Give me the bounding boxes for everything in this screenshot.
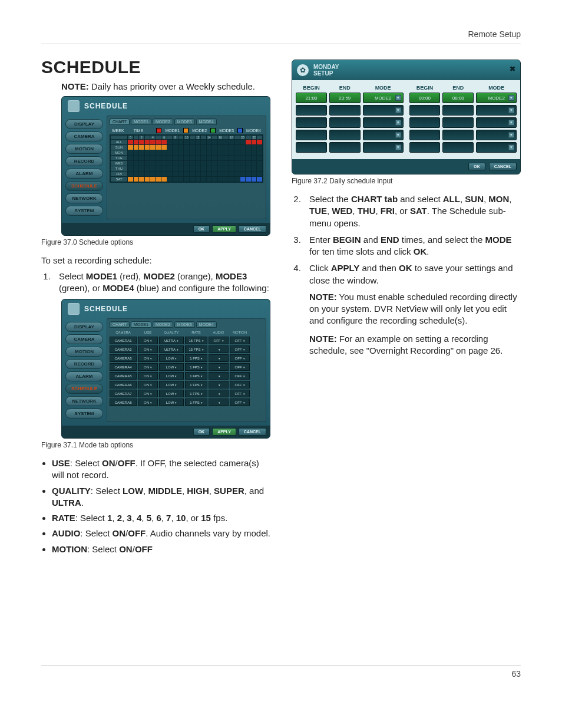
mode-select[interactable] xyxy=(363,130,404,140)
sidebar-item-alarm[interactable]: ALARM xyxy=(65,169,103,179)
schedule-icon xyxy=(68,303,80,315)
begin-field[interactable] xyxy=(296,105,327,116)
intro-text: To set a recording schedule: xyxy=(41,255,270,266)
bullet-use: USE: Select ON/OFF. If OFF, the selected… xyxy=(52,457,270,482)
end-field[interactable] xyxy=(442,105,474,116)
gear-icon: ✿ xyxy=(297,64,309,76)
apply-button[interactable]: APPLY xyxy=(212,428,236,436)
mode-select[interactable] xyxy=(476,105,517,116)
figure-caption-1: Figure 37.0 Schedule options xyxy=(41,238,270,246)
schedule-icon xyxy=(68,100,80,112)
sidebar-item-motion[interactable]: MOTION xyxy=(65,144,103,154)
sidebar-item-record[interactable]: RECORD xyxy=(65,359,103,369)
sidebar-item-display[interactable]: DISPLAY xyxy=(65,322,103,332)
screenshot-schedule-chart: SCHEDULE DISPLAYCAMERAMOTIONRECORDALARMS… xyxy=(61,96,270,236)
note-enable-recording: NOTE: You must enable scheduled recordin… xyxy=(309,291,521,327)
cancel-button[interactable]: CANCEL xyxy=(239,428,266,436)
ok-button[interactable]: OK xyxy=(193,428,210,436)
page-number: 63 xyxy=(41,665,521,678)
step-2: Select the CHART tab and select ALL, SUN… xyxy=(303,193,521,229)
end-field[interactable]: 08:00 xyxy=(442,93,474,103)
screenshot-daily-schedule: ✿ MONDAY SETUP ✖ BEGINENDMODE 21:0023:59… xyxy=(292,60,521,174)
step-4: Click APPLY and then OK to save your set… xyxy=(303,262,521,286)
sidebar-item-network[interactable]: NETWORK xyxy=(65,396,103,406)
bullet-rate: RATE: Select 1, 2, 3, 4, 5, 6, 7, 10, or… xyxy=(52,512,270,524)
tab-mode3[interactable]: MODE3 xyxy=(174,321,195,328)
step-3: Enter BEGIN and END times, and select th… xyxy=(303,234,521,258)
chart-tabs: CHARTMODE1MODE2MODE3MODE4 xyxy=(110,118,263,125)
begin-field[interactable] xyxy=(409,130,441,140)
end-field[interactable] xyxy=(442,117,474,128)
apply-button[interactable]: APPLY xyxy=(212,225,236,233)
tab-mode4[interactable]: MODE4 xyxy=(196,118,217,125)
begin-field[interactable] xyxy=(296,130,327,140)
dialog-title: MONDAY SETUP xyxy=(313,64,339,77)
tab-mode2[interactable]: MODE2 xyxy=(153,118,173,125)
tab-chart[interactable]: CHART xyxy=(110,321,130,328)
figure-caption-3: Figure 37.2 Daily schedule input xyxy=(292,177,521,185)
screenshot-mode-tab: SCHEDULE DISPLAYCAMERAMOTIONRECORDALARMS… xyxy=(61,299,270,439)
sidebar-item-motion[interactable]: MOTION xyxy=(65,347,103,357)
mode-select[interactable] xyxy=(476,130,517,140)
begin-field[interactable] xyxy=(409,105,441,116)
schedule-chart-grid: 0246810121416182022ALLSUNMONTUEWEDTHUFRI… xyxy=(110,134,263,183)
section-title: SCHEDULE xyxy=(41,57,270,77)
mode-tabs: CHARTMODE1MODE2MODE3MODE4 xyxy=(110,321,263,328)
sidebar-item-camera[interactable]: CAMERA xyxy=(65,131,103,141)
begin-field[interactable] xyxy=(409,117,441,128)
end-field[interactable] xyxy=(442,142,474,153)
ok-button[interactable]: OK xyxy=(193,225,210,233)
page-header: Remote Setup xyxy=(41,29,521,44)
tab-mode3[interactable]: MODE3 xyxy=(174,118,195,125)
mode-select[interactable] xyxy=(363,142,404,153)
sidebar-item-schedule[interactable]: SCHEDULE xyxy=(65,181,103,191)
sidebar-item-alarm[interactable]: ALARM xyxy=(65,371,103,381)
begin-field[interactable]: 00:00 xyxy=(409,93,441,103)
mode-select[interactable] xyxy=(363,105,404,116)
end-field[interactable] xyxy=(329,130,361,140)
sidebar-item-system[interactable]: SYSTEM xyxy=(65,206,103,216)
end-field[interactable]: 23:59 xyxy=(329,93,361,103)
note-priority: NOTE: Daily has priority over a Weekly s… xyxy=(61,81,270,93)
sidebar-item-system[interactable]: SYSTEM xyxy=(65,409,103,419)
mode-select[interactable] xyxy=(476,117,517,128)
mode-select[interactable]: MODE2 xyxy=(476,93,517,103)
ok-button[interactable]: OK xyxy=(468,163,485,170)
cancel-button[interactable]: CANCEL xyxy=(239,225,266,233)
bullet-motion: MOTION: Select ON/OFF xyxy=(52,543,270,555)
sidebar-item-camera[interactable]: CAMERA xyxy=(65,334,103,344)
end-field[interactable] xyxy=(329,105,361,116)
settings-sidebar: DISPLAYCAMERAMOTIONRECORDALARMSCHEDULENE… xyxy=(65,116,103,219)
end-field[interactable] xyxy=(329,142,361,153)
tab-mode2[interactable]: MODE2 xyxy=(153,321,173,328)
note-overnight-ref: NOTE: For an example on setting a record… xyxy=(309,333,521,357)
window-title: SCHEDULE xyxy=(84,102,128,110)
mode-select[interactable] xyxy=(476,142,517,153)
step-1: Select MODE1 (red), MODE2 (orange), MODE… xyxy=(53,271,270,295)
begin-field[interactable] xyxy=(409,142,441,153)
tab-chart[interactable]: CHART xyxy=(110,118,130,125)
tab-mode1[interactable]: MODE1 xyxy=(131,321,151,328)
sidebar-item-schedule[interactable]: SCHEDULE xyxy=(65,384,103,394)
mode-select[interactable] xyxy=(363,117,404,128)
cancel-button[interactable]: CANCEL xyxy=(489,163,517,170)
mode-settings-grid: CAMERAUSEQUALITYRATEAUDIOMOTIONCAMERA1ON… xyxy=(110,330,263,406)
sidebar-item-network[interactable]: NETWORK xyxy=(65,193,103,203)
bullet-audio: AUDIO: Select ON/OFF. Audio channels var… xyxy=(52,528,270,539)
tab-mode1[interactable]: MODE1 xyxy=(131,118,151,125)
sidebar-item-display[interactable]: DISPLAY xyxy=(65,119,103,129)
begin-field[interactable] xyxy=(296,142,327,153)
close-icon[interactable]: ✖ xyxy=(510,65,515,73)
begin-field[interactable] xyxy=(296,117,327,128)
sidebar-item-record[interactable]: RECORD xyxy=(65,156,103,166)
tab-mode4[interactable]: MODE4 xyxy=(196,321,217,328)
begin-field[interactable]: 21:00 xyxy=(296,93,327,103)
figure-caption-2: Figure 37.1 Mode tab options xyxy=(41,441,270,449)
end-field[interactable] xyxy=(442,130,474,140)
bullet-quality: QUALITY: Select LOW, MIDDLE, HIGH, SUPER… xyxy=(52,485,270,509)
settings-sidebar: DISPLAYCAMERAMOTIONRECORDALARMSCHEDULENE… xyxy=(65,318,103,422)
mode-select[interactable]: MODE2 xyxy=(363,93,404,103)
end-field[interactable] xyxy=(329,117,361,128)
